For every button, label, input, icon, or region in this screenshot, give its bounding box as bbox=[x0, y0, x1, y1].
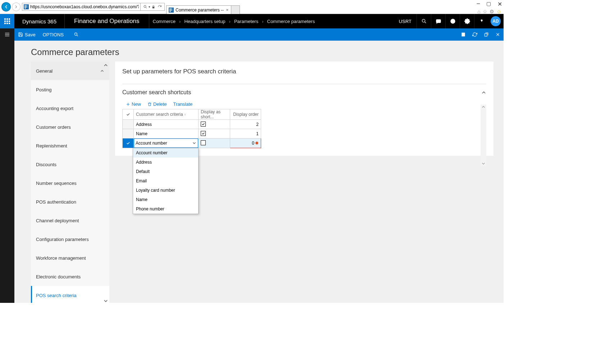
new-tab-button[interactable] bbox=[231, 5, 240, 14]
breadcrumb-item[interactable]: Parameters bbox=[234, 19, 258, 24]
shortcut-cell[interactable] bbox=[199, 138, 230, 148]
sidebar-item-number-sequences[interactable]: Number sequences bbox=[31, 174, 109, 192]
dropdown-option[interactable]: Phone number bbox=[133, 204, 198, 214]
favorites-icon[interactable]: ☆ bbox=[483, 9, 487, 14]
grid-row[interactable]: Name 1 bbox=[123, 129, 261, 138]
sidebar-item-posting[interactable]: Posting bbox=[31, 80, 109, 99]
order-cell-required[interactable]: 0✱ bbox=[230, 138, 261, 148]
search-button[interactable] bbox=[417, 14, 431, 28]
svg-point-12 bbox=[74, 33, 77, 35]
delete-button[interactable]: Delete bbox=[147, 101, 167, 107]
close-button[interactable] bbox=[492, 28, 504, 41]
shortcut-cell[interactable] bbox=[199, 120, 230, 129]
company-picker[interactable]: USRT bbox=[394, 14, 417, 28]
brand-label[interactable]: Dynamics 365 bbox=[14, 14, 64, 28]
nav-back-button[interactable] bbox=[1, 2, 11, 12]
dropdown-option[interactable]: Loyalty card number bbox=[133, 186, 198, 195]
svg-rect-1 bbox=[25, 5, 26, 9]
refresh-button[interactable] bbox=[469, 28, 481, 41]
dropdown-option[interactable]: Account number bbox=[133, 148, 198, 158]
svg-rect-6 bbox=[170, 8, 171, 12]
module-label[interactable]: Finance and Operations bbox=[65, 18, 149, 25]
lock-icon bbox=[151, 5, 155, 9]
breadcrumb-item[interactable]: Commerce bbox=[153, 19, 176, 24]
scroll-down-icon[interactable] bbox=[481, 161, 486, 166]
help-button[interactable] bbox=[474, 14, 488, 28]
sidebar-item-channel-deployment[interactable]: Channel deployment bbox=[31, 211, 109, 230]
search-criteria-grid: Customer search criteria↑ Display as sho… bbox=[122, 109, 261, 148]
dropdown-option[interactable]: Default bbox=[133, 167, 198, 176]
sidebar-item-accounting-export[interactable]: Accounting export bbox=[31, 99, 109, 118]
breadcrumb-item[interactable]: Headquarters setup bbox=[184, 19, 225, 24]
url-actions: ▾ bbox=[141, 3, 165, 11]
user-avatar[interactable]: AD bbox=[491, 16, 501, 26]
nav-forward-button[interactable] bbox=[12, 3, 21, 11]
sidebar-item-discounts[interactable]: Discounts bbox=[31, 155, 109, 174]
grid-scrollbar[interactable] bbox=[481, 105, 486, 166]
refresh-icon[interactable] bbox=[158, 5, 162, 9]
column-header-shortcut[interactable]: Display as short... bbox=[199, 109, 230, 120]
criteria-cell[interactable]: Name bbox=[134, 129, 199, 138]
home-icon[interactable]: ⌂ bbox=[477, 9, 480, 14]
settings-icon[interactable]: ⚙ bbox=[490, 9, 494, 14]
chevron-up-icon[interactable] bbox=[103, 63, 108, 68]
save-label: Save bbox=[25, 32, 36, 37]
required-indicator: ✱ bbox=[255, 141, 259, 146]
minimize-button[interactable]: ─ bbox=[477, 1, 480, 8]
select-all-header[interactable] bbox=[123, 109, 134, 120]
dropdown-option[interactable]: Email bbox=[133, 176, 198, 186]
new-button[interactable]: New bbox=[126, 101, 141, 107]
sidebar-item-configuration-parameters[interactable]: Configuration parameters bbox=[31, 230, 109, 249]
emoji-icon[interactable]: ☺ bbox=[496, 9, 501, 14]
office-button[interactable] bbox=[458, 28, 469, 41]
app-launcher-button[interactable] bbox=[0, 14, 14, 28]
browser-tab[interactable]: Commerce parameters -- × bbox=[166, 5, 231, 14]
chevron-down-icon[interactable] bbox=[103, 299, 108, 303]
popout-button[interactable] bbox=[481, 28, 492, 41]
sidebar-item-electronic-documents[interactable]: Electronic documents bbox=[31, 267, 109, 286]
sidebar-item-workforce-management[interactable]: Workforce management bbox=[31, 249, 109, 267]
save-button[interactable]: Save bbox=[14, 28, 39, 41]
search-icon[interactable] bbox=[143, 5, 147, 9]
tab-title: Commerce parameters -- bbox=[176, 8, 224, 13]
trash-icon bbox=[147, 102, 152, 106]
plus-icon bbox=[126, 102, 130, 106]
sidebar-item-general[interactable]: General bbox=[31, 62, 109, 80]
grid-row[interactable]: Address 2 bbox=[123, 120, 261, 129]
svg-point-10 bbox=[451, 19, 455, 23]
sidebar-item-pos-authentication[interactable]: POS authentication bbox=[31, 192, 109, 211]
sidebar-item-pos-search-criteria[interactable]: POS search criteria bbox=[31, 286, 109, 303]
column-header-criteria[interactable]: Customer search criteria↑ bbox=[134, 109, 199, 120]
scroll-up-icon[interactable] bbox=[481, 105, 486, 109]
breadcrumb-item[interactable]: Commerce parameters bbox=[267, 19, 315, 24]
grid-row-active[interactable]: Account number 0✱ bbox=[123, 138, 261, 148]
url-input[interactable] bbox=[30, 3, 139, 10]
order-cell[interactable]: 1 bbox=[230, 129, 261, 138]
window-close-button[interactable]: ✕ bbox=[497, 1, 502, 8]
translate-button[interactable]: Translate bbox=[173, 101, 193, 107]
shortcut-cell[interactable] bbox=[199, 129, 230, 138]
dropdown-arrow[interactable]: ▾ bbox=[149, 5, 150, 9]
criteria-dropdown-cell[interactable]: Account number bbox=[134, 138, 199, 148]
dropdown-option[interactable]: Name bbox=[133, 195, 198, 204]
tab-close-icon[interactable]: × bbox=[226, 7, 229, 13]
maximize-button[interactable]: ▢ bbox=[486, 1, 491, 8]
action-search[interactable] bbox=[70, 28, 82, 41]
messages-button[interactable] bbox=[431, 14, 445, 28]
section-header[interactable]: Customer search shortcuts bbox=[122, 89, 486, 96]
settings-button[interactable] bbox=[460, 14, 474, 28]
sidebar-item-customer-orders[interactable]: Customer orders bbox=[31, 118, 109, 136]
site-icon bbox=[24, 4, 29, 9]
url-bar[interactable] bbox=[22, 3, 141, 11]
nav-pane-toggle[interactable] bbox=[0, 28, 14, 41]
criteria-cell[interactable]: Address bbox=[134, 120, 199, 129]
options-button[interactable]: OPTIONS bbox=[39, 28, 68, 41]
feedback-button[interactable] bbox=[445, 14, 460, 28]
sidebar-item-replenishment[interactable]: Replenishment bbox=[31, 136, 109, 155]
criteria-dropdown-list: Account number Address Default Email Loy… bbox=[133, 148, 199, 214]
column-header-order[interactable]: Display order bbox=[230, 109, 261, 120]
dropdown-option[interactable]: Address bbox=[133, 158, 198, 167]
order-cell[interactable]: 2 bbox=[230, 120, 261, 129]
row-selected-indicator[interactable] bbox=[123, 138, 134, 148]
breadcrumb: Commerce › Headquarters setup › Paramete… bbox=[153, 19, 315, 24]
